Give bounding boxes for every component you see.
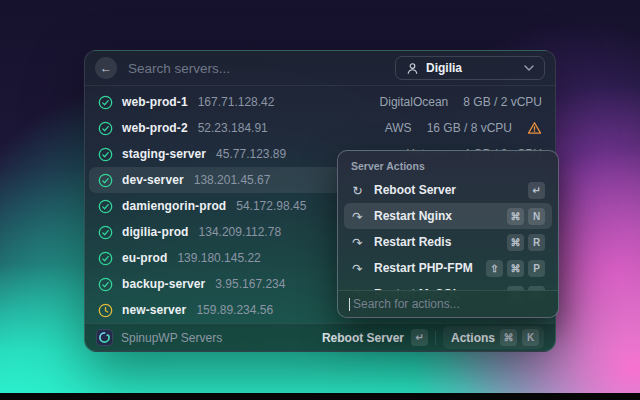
action-restart-redis[interactable]: ↷ Restart Redis ⌘ R	[344, 229, 552, 255]
topbar-divider	[85, 85, 555, 86]
action-restart-nginx[interactable]: ↷ Restart Nginx ⌘ N	[344, 203, 552, 229]
restart-icon: ↷	[351, 209, 364, 224]
reboot-icon: ↻	[351, 183, 364, 198]
text-caret	[349, 298, 350, 311]
server-name: digilia-prod	[122, 225, 189, 239]
server-name: staging-server	[122, 147, 206, 161]
server-name: new-server	[122, 303, 186, 317]
server-ip: 139.180.145.22	[177, 251, 260, 265]
screen-bottom-bar	[0, 393, 640, 400]
footer-primary-action[interactable]: Reboot Server	[322, 331, 404, 345]
check-circle-icon	[98, 277, 113, 292]
check-circle-icon	[98, 121, 113, 136]
check-circle-icon	[98, 225, 113, 240]
back-button[interactable]: ←	[95, 57, 117, 79]
account-name: Digilia	[426, 61, 462, 75]
server-ip: 3.95.167.234	[215, 277, 285, 291]
chevron-down-icon	[524, 65, 534, 71]
warning-icon	[527, 121, 542, 135]
spinupwp-app-icon	[96, 329, 113, 346]
actions-search-placeholder: Search for actions...	[353, 297, 460, 311]
action-label: Restart PHP-FPM	[374, 261, 473, 275]
server-row-web-prod-1[interactable]: web-prod-1 167.71.128.42 DigitalOcean 8 …	[89, 89, 551, 115]
server-ip: 45.77.123.89	[216, 147, 286, 161]
server-name: eu-prod	[122, 251, 167, 265]
enter-keycap: ↵	[411, 329, 428, 346]
check-circle-icon	[98, 173, 113, 188]
check-circle-icon	[98, 251, 113, 266]
person-icon	[406, 62, 419, 75]
server-spec: 16 GB / 8 vCPU	[427, 121, 512, 135]
check-circle-icon	[98, 199, 113, 214]
cmd-keycap: ⌘	[507, 260, 524, 277]
cmd-keycap: ⌘	[507, 234, 524, 251]
server-ip: 138.201.45.67	[194, 173, 271, 187]
server-row-web-prod-2[interactable]: web-prod-2 52.23.184.91 AWS 16 GB / 8 vC…	[89, 115, 551, 141]
actions-menu-button[interactable]: Actions ⌘ K	[443, 326, 544, 349]
server-provider: AWS	[385, 121, 412, 135]
action-reboot-server[interactable]: ↻ Reboot Server ↵	[344, 177, 552, 203]
account-dropdown[interactable]: Digilia	[395, 56, 545, 80]
server-ip: 134.209.112.78	[199, 225, 282, 239]
p-keycap: P	[528, 260, 545, 277]
server-spec: 8 GB / 2 vCPU	[463, 95, 542, 109]
check-circle-icon	[98, 95, 113, 110]
r-keycap: R	[528, 234, 545, 251]
action-label: Reboot Server	[374, 183, 456, 197]
action-label: Restart Redis	[374, 235, 451, 249]
server-ip: 167.71.128.42	[198, 95, 275, 109]
enter-keycap: ↵	[528, 182, 545, 199]
server-provider: DigitalOcean	[380, 95, 449, 109]
action-label: Restart Nginx	[374, 209, 452, 223]
k-keycap: K	[522, 329, 539, 346]
server-name: web-prod-2	[122, 121, 188, 135]
search-input[interactable]: Search servers...	[128, 61, 384, 76]
server-ip: 159.89.234.56	[196, 303, 273, 317]
actions-search-input[interactable]: Search for actions...	[338, 290, 558, 317]
server-ip: 52.23.184.91	[198, 121, 268, 135]
server-name: dev-server	[122, 173, 184, 187]
cmd-keycap: ⌘	[500, 329, 517, 346]
search-bar: ← Search servers... Digilia	[85, 51, 555, 85]
check-circle-icon	[98, 147, 113, 162]
restart-icon: ↷	[351, 235, 364, 250]
server-name: damiengorin-prod	[122, 199, 226, 213]
back-arrow-icon: ←	[100, 61, 112, 75]
footer-divider	[435, 331, 436, 345]
server-name: backup-server	[122, 277, 205, 291]
clock-icon	[98, 303, 113, 318]
n-keycap: N	[528, 208, 545, 225]
server-name: web-prod-1	[122, 95, 188, 109]
app-name: SpinupWP Servers	[121, 331, 222, 345]
action-restart-php-fpm[interactable]: ↷ Restart PHP-FPM ⇧ ⌘ P	[344, 255, 552, 281]
cmd-keycap: ⌘	[507, 208, 524, 225]
server-ip: 54.172.98.45	[236, 199, 306, 213]
server-actions-panel: Server Actions ↻ Reboot Server ↵ ↷ Resta…	[337, 150, 559, 318]
panel-title: Server Actions	[338, 151, 558, 177]
footer-bar: SpinupWP Servers Reboot Server ↵ Actions…	[85, 323, 555, 351]
shift-keycap: ⇧	[486, 260, 503, 277]
restart-icon: ↷	[351, 261, 364, 276]
actions-label: Actions	[451, 331, 495, 345]
